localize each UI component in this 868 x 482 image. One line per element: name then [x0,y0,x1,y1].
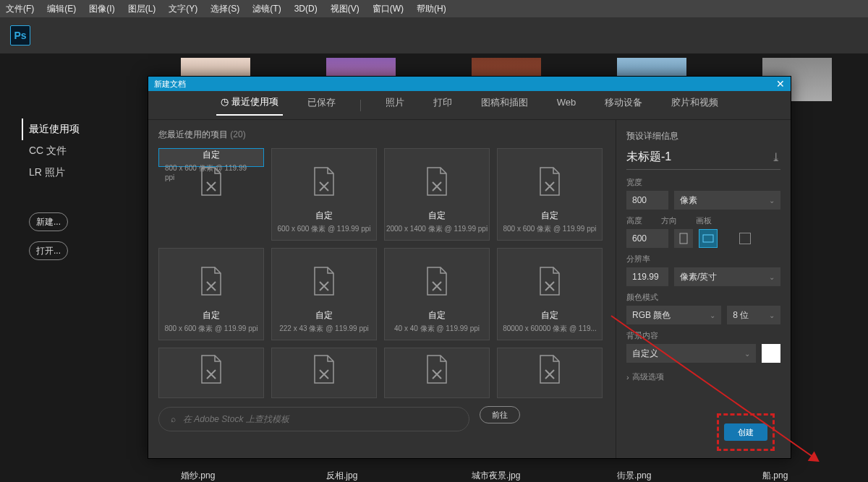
clock-icon: ◷ [221,96,229,107]
chevron-down-icon: ⌄ [769,197,775,205]
orient-landscape[interactable] [699,229,718,248]
preset-item[interactable]: 自定80000 x 60000 像素 @ 119... [497,248,603,340]
advanced-toggle[interactable]: ›高级选项 [626,371,780,382]
document-icon [425,166,449,199]
preset-name: 自定 [203,149,220,161]
sidebar-recent[interactable]: 最近使用项 [22,119,145,140]
width-label: 宽度 [626,177,780,188]
menu-3d[interactable]: 3D(D) [294,4,318,14]
tab-film[interactable]: 胶片和视频 [667,96,723,115]
preset-item[interactable] [497,348,603,398]
go-button[interactable]: 前往 [480,406,520,423]
tab-print[interactable]: 打印 [429,96,456,115]
preset-name: 自定 [428,309,446,322]
menu-window[interactable]: 窗口(W) [373,3,404,15]
preset-item[interactable]: 自定800 x 600 像素 @ 119.99 ppi [497,148,603,241]
bg-color-swatch[interactable] [762,344,780,363]
dialog-title: 新建文档 [154,79,186,90]
dialog-tabs: ◷最近使用项 已保存 照片 打印 图稿和插图 Web 移动设备 胶片和视频 [148,91,791,120]
preset-item[interactable] [158,348,264,398]
preset-name: 自定 [541,309,558,322]
menu-help[interactable]: 帮助(H) [417,3,446,15]
preset-name: 自定 [203,309,220,322]
svg-rect-1 [703,235,713,242]
preset-item[interactable] [271,348,377,398]
chevron-right-icon: › [626,373,629,382]
thumb-label: 婚纱.png [181,470,250,482]
menu-image[interactable]: 图像(I) [89,3,114,15]
preset-item[interactable]: 自定600 x 600 像素 @ 119.99 ppi [271,148,377,241]
res-unit-select[interactable]: 像素/英寸⌄ [674,267,780,286]
bg-select[interactable]: 自定义⌄ [626,344,756,363]
height-input[interactable] [626,229,668,248]
width-input[interactable] [626,191,668,210]
document-icon [425,266,449,298]
artboard-label: 画板 [696,215,712,226]
create-button[interactable]: 创建 [724,423,767,441]
close-icon[interactable]: ✕ [776,78,785,90]
document-icon [312,354,336,387]
tab-art[interactable]: 图稿和插图 [477,96,532,115]
preset-item[interactable]: 自定2000 x 1400 像素 @ 119.99 ppi [384,148,490,241]
preset-name: 自定 [428,210,446,222]
toolbar: Ps [0,17,868,53]
preset-dim: 80000 x 60000 像素 @ 119... [503,324,597,334]
preset-dim: 800 x 600 像素 @ 119.99 ppi [503,224,596,234]
svg-rect-0 [680,233,687,244]
tab-recent[interactable]: ◷最近使用项 [216,95,283,116]
menu-layer[interactable]: 图层(L) [128,3,156,15]
bit-depth-select[interactable]: 8 位⌄ [727,306,780,324]
create-highlight: 创建 [717,413,775,451]
menu-file[interactable]: 文件(F) [6,3,34,15]
preset-item[interactable]: 自定222 x 43 像素 @ 119.99 ppi [271,248,377,340]
menu-select[interactable]: 选择(S) [210,3,239,15]
new-button[interactable]: 新建... [29,212,68,231]
thumb-label: 船.png [762,470,832,482]
orient-label: 方向 [661,215,677,226]
orient-portrait[interactable] [674,229,693,248]
sidebar-cc-files[interactable]: CC 文件 [29,140,145,162]
color-mode-select[interactable]: RGB 颜色⌄ [626,306,721,324]
save-preset-icon[interactable]: ⤓ [771,150,780,164]
presets-heading: 您最近使用的项目 (20) [158,129,605,141]
thumb-label: 街景.png [617,470,686,482]
height-label: 高度 [626,215,642,226]
unit-select[interactable]: 像素⌄ [674,191,780,210]
bg-label: 背景内容 [626,330,780,341]
menubar: 文件(F) 编辑(E) 图像(I) 图层(L) 文字(Y) 选择(S) 滤镜(T… [0,0,868,17]
preset-item[interactable]: 自定800 x 600 像素 @ 119.99 ppi [158,248,264,340]
tab-web[interactable]: Web [553,97,581,113]
document-name[interactable]: 未标题-1 [626,150,671,165]
presets-panel: 您最近使用的项目 (20) 自定800 x 600 像素 @ 119.99 pp… [148,120,616,458]
menu-edit[interactable]: 编辑(E) [47,3,76,15]
document-icon [537,166,562,199]
menu-filter[interactable]: 滤镜(T) [252,3,281,15]
preset-name: 自定 [541,210,558,222]
menu-type[interactable]: 文字(Y) [169,3,197,15]
document-icon [537,354,562,387]
tab-mobile[interactable]: 移动设备 [600,96,647,115]
preset-item[interactable] [384,348,490,398]
thumb-label: 反相.jpg [326,470,396,482]
document-icon [312,166,336,199]
home-sidebar: 最近使用项 CC 文件 LR 照片 新建... 打开... [0,53,145,482]
tab-separator [360,100,361,111]
tab-saved[interactable]: 已保存 [303,96,340,115]
tab-photo[interactable]: 照片 [381,96,409,115]
document-icon [199,266,224,298]
preset-name: 自定 [315,210,333,222]
open-button[interactable]: 打开... [29,241,68,260]
sidebar-lr-photos[interactable]: LR 照片 [29,162,145,184]
color-label: 颜色模式 [626,292,780,303]
stock-search-input[interactable] [183,414,457,424]
artboard-checkbox[interactable] [739,233,751,244]
preset-item[interactable]: 自定40 x 40 像素 @ 119.99 ppi [384,248,490,340]
res-input[interactable] [626,267,668,286]
preset-item[interactable]: 自定800 x 600 像素 @ 119.99 ppi [158,148,264,167]
document-icon [199,166,224,199]
menu-view[interactable]: 视图(V) [331,3,359,15]
preset-dim: 800 x 600 像素 @ 119.99 ppi [164,324,258,334]
stock-search[interactable]: ⌕ [158,407,469,431]
app-logo: Ps [10,25,30,46]
details-heading: 预设详细信息 [626,130,780,142]
